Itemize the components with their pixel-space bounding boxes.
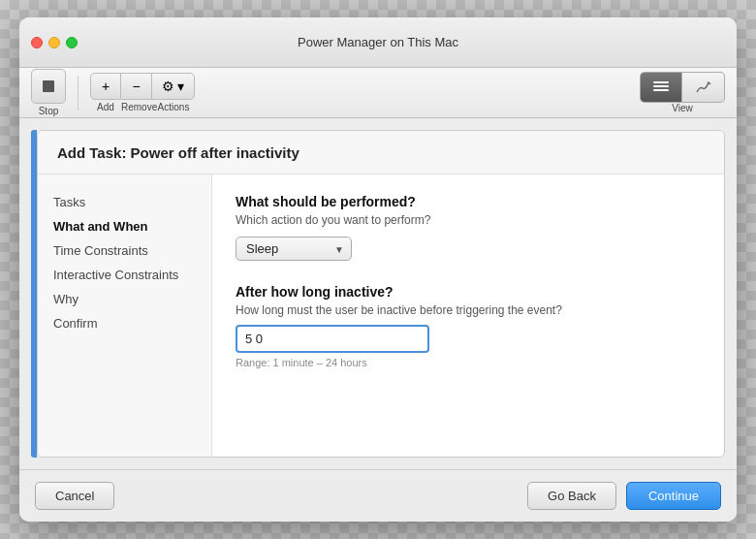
nav-item-interactive-constraints[interactable]: Interactive Constraints: [38, 263, 211, 287]
minimize-button[interactable]: [48, 37, 60, 48]
section1-title: What should be performed?: [236, 194, 701, 209]
action-select-wrapper: Sleep Shut Down Restart Log Out ▼: [236, 237, 352, 261]
stop-group: Stop: [31, 69, 66, 116]
input-hint: Range: 1 minute – 24 hours: [236, 357, 701, 368]
nav-item-what-and-when[interactable]: What and When: [38, 214, 211, 238]
add-remove-actions: + − ⚙ ▾ Add Remove Actions: [90, 73, 195, 112]
action-select[interactable]: Sleep Shut Down Restart Log Out: [236, 237, 352, 261]
main-window: Power Manager on This Mac Stop + − ⚙ ▾ A…: [19, 17, 737, 522]
view-btn-group: View: [640, 72, 725, 113]
section1-subtitle: Which action do you want to perform?: [236, 213, 701, 227]
view-label: View: [672, 103, 693, 113]
list-view-button[interactable]: [640, 72, 682, 103]
add-label: Add: [90, 102, 121, 112]
svg-rect-3: [653, 89, 669, 91]
toolbar: Stop + − ⚙ ▾ Add Remove Actions: [19, 68, 737, 118]
view-group: View: [640, 72, 725, 113]
list-view-icon: [652, 80, 670, 94]
dialog-content: What should be performed? Which action d…: [212, 174, 724, 457]
dialog-header: Add Task: Power off after inactivity: [38, 131, 724, 174]
remove-label: Remove: [121, 102, 152, 112]
footer-right: Go Back Continue: [527, 482, 721, 510]
remove-button[interactable]: −: [121, 73, 152, 100]
dialog-footer: Cancel Go Back Continue: [19, 469, 737, 522]
actions-label: Actions: [152, 102, 195, 112]
stop-icon: [40, 78, 57, 95]
maximize-button[interactable]: [66, 37, 78, 48]
section2-subtitle: How long must the user be inactive befor…: [236, 303, 701, 317]
traffic-lights: [31, 37, 78, 48]
dialog-title: Add Task: Power off after inactivity: [57, 144, 299, 161]
inactive-duration-input[interactable]: [236, 325, 429, 353]
toolbar-separator-1: [78, 76, 79, 111]
continue-button[interactable]: Continue: [626, 482, 721, 510]
cancel-button[interactable]: Cancel: [35, 482, 114, 510]
svg-rect-1: [653, 81, 669, 83]
nav-item-confirm[interactable]: Confirm: [38, 311, 211, 335]
dialog-container: Add Task: Power off after inactivity Tas…: [19, 118, 737, 469]
svg-rect-2: [653, 85, 669, 87]
svg-rect-0: [43, 80, 54, 92]
nav-item-why[interactable]: Why: [38, 287, 211, 311]
add-button[interactable]: +: [90, 73, 121, 100]
sidebar-accent: [31, 130, 37, 458]
dialog-card: Add Task: Power off after inactivity Tas…: [37, 130, 725, 458]
window-title: Power Manager on This Mac: [298, 35, 458, 49]
stop-button[interactable]: [31, 69, 66, 104]
dialog-body: Tasks What and When Time Constraints Int…: [38, 174, 724, 457]
nav-item-time-constraints[interactable]: Time Constraints: [38, 238, 211, 263]
go-back-button[interactable]: Go Back: [527, 482, 616, 510]
chart-view-button[interactable]: [682, 72, 725, 103]
section2-title: After how long inactive?: [236, 284, 701, 300]
actions-button[interactable]: ⚙ ▾: [152, 73, 195, 100]
titlebar: Power Manager on This Mac: [19, 17, 737, 68]
stop-label: Stop: [39, 106, 59, 116]
sidebar-nav: Tasks What and When Time Constraints Int…: [38, 174, 212, 457]
close-button[interactable]: [31, 37, 43, 48]
nav-item-tasks[interactable]: Tasks: [38, 190, 211, 214]
chart-view-icon: [695, 80, 712, 94]
